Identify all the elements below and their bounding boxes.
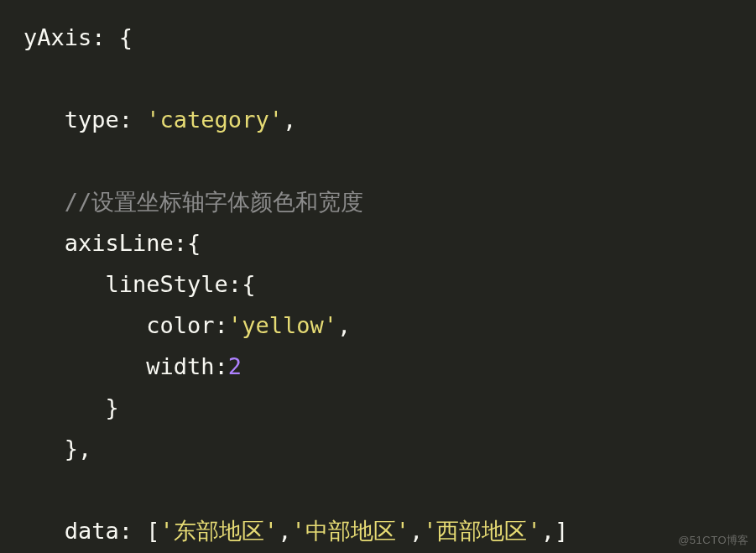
- brace-open: {: [242, 271, 255, 297]
- comma: ,: [409, 518, 423, 544]
- comma: ,: [278, 518, 291, 544]
- property-name: data: [65, 518, 119, 544]
- quote: ': [291, 518, 305, 544]
- bracket-open: [: [146, 518, 159, 544]
- brace-open: {: [187, 230, 201, 256]
- watermark-text: @51CTO博客: [678, 533, 749, 548]
- quote: ': [423, 518, 436, 544]
- property-name: type: [65, 107, 119, 133]
- comment-text: 设置坐标轴字体颜色和宽度: [91, 189, 363, 215]
- quote: ': [269, 107, 283, 133]
- code-line: yAxis: {: [23, 24, 133, 50]
- indent: [23, 107, 65, 133]
- code-line: color:'yellow',: [23, 312, 351, 338]
- brace-open: {: [119, 24, 133, 50]
- colon: :: [215, 353, 228, 379]
- comma: ,: [541, 518, 555, 544]
- colon: :: [228, 271, 242, 297]
- brace-close: }: [106, 394, 119, 420]
- indent: [23, 230, 65, 256]
- property-name: lineStyle: [106, 271, 228, 297]
- code-line: //设置坐标轴字体颜色和宽度: [23, 189, 363, 215]
- code-line: data: ['东部地区','中部地区','西部地区',]: [23, 518, 568, 544]
- indent: [23, 271, 106, 297]
- indent: [23, 436, 65, 462]
- property-name: axisLine: [65, 230, 174, 256]
- colon: :: [119, 518, 147, 544]
- colon: :: [119, 107, 147, 133]
- indent: [23, 189, 65, 215]
- indent: [23, 394, 106, 420]
- colon: :: [215, 312, 228, 338]
- comma: ,: [78, 436, 91, 462]
- colon: :: [91, 24, 119, 50]
- quote: ': [527, 518, 540, 544]
- indent: [23, 353, 146, 379]
- quote: ': [396, 518, 409, 544]
- string-value: 东部地区: [174, 518, 264, 544]
- code-line: axisLine:{: [23, 230, 201, 256]
- code-block: yAxis: { type: 'category', //设置坐标轴字体颜色和宽…: [0, 0, 756, 553]
- string-value: 中部地区: [305, 518, 396, 544]
- comma: ,: [337, 312, 351, 338]
- bracket-close: ]: [555, 518, 568, 544]
- brace-close: }: [65, 436, 78, 462]
- property-name: width: [146, 353, 214, 379]
- string-value: 西部地区: [436, 518, 527, 544]
- string-value: category: [160, 107, 269, 133]
- code-line: width:2: [23, 353, 242, 379]
- number-value: 2: [228, 353, 242, 379]
- property-name: color: [146, 312, 214, 338]
- comment-slashes: //: [65, 189, 92, 215]
- indent: [23, 312, 146, 338]
- quote: ': [160, 518, 174, 544]
- string-value: yellow: [242, 312, 324, 338]
- indent: [23, 518, 65, 544]
- code-line: }: [23, 394, 119, 420]
- quote: ': [228, 312, 242, 338]
- quote: ': [324, 312, 337, 338]
- colon: :: [174, 230, 187, 256]
- quote: ': [264, 518, 278, 544]
- code-line: lineStyle:{: [23, 271, 255, 297]
- comma: ,: [283, 107, 296, 133]
- quote: ': [146, 107, 159, 133]
- property-name: yAxis: [23, 24, 91, 50]
- code-line: },: [23, 436, 91, 462]
- code-line: type: 'category',: [23, 107, 296, 133]
